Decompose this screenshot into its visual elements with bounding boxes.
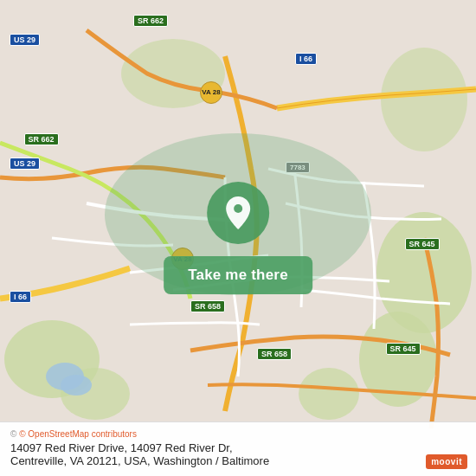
road-sign-7783: 7783 [286, 162, 310, 173]
road-sign-va28-top: VA 28 [200, 81, 222, 104]
road-sign-i66-bot: I 66 [10, 291, 31, 303]
moovit-badge: moovit [426, 454, 467, 469]
road-sign-us29-top: US 29 [10, 34, 40, 46]
road-sign-i66-top: I 66 [295, 53, 317, 65]
openstreetmap-link[interactable]: © OpenStreetMap contributors [19, 429, 137, 439]
map-container: SR 662 SR 662 I 66 VA 28 US 29 7783 VA 2… [0, 0, 476, 476]
svg-point-9 [61, 375, 92, 396]
svg-point-7 [381, 48, 467, 151]
location-pin-icon [222, 195, 254, 231]
road-sign-us29: US 29 [10, 158, 40, 170]
bottom-bar: © © OpenStreetMap contributors 14097 Red… [0, 421, 476, 476]
road-sign-sr645-2: SR 645 [386, 343, 421, 355]
address-line2: Centreville, VA 20121, USA, Washington /… [10, 454, 466, 467]
location-pin-container [207, 182, 269, 244]
svg-point-5 [299, 368, 359, 420]
road-sign-sr662-top: SR 662 [133, 15, 168, 27]
road-sign-sr662-mid: SR 662 [24, 133, 59, 145]
copyright-text: © © OpenStreetMap contributors [10, 429, 466, 439]
take-me-there-button[interactable]: Take me there [164, 256, 312, 294]
svg-point-10 [234, 204, 242, 213]
button-overlay: Take me there [164, 182, 312, 294]
road-sign-sr658-2: SR 658 [257, 348, 292, 360]
address-line1: 14097 Red River Drive, 14097 Red River D… [10, 441, 466, 454]
copyright-symbol: © [10, 429, 16, 439]
road-sign-sr645-1: SR 645 [405, 238, 440, 250]
road-sign-sr658-1: SR 658 [190, 300, 225, 312]
